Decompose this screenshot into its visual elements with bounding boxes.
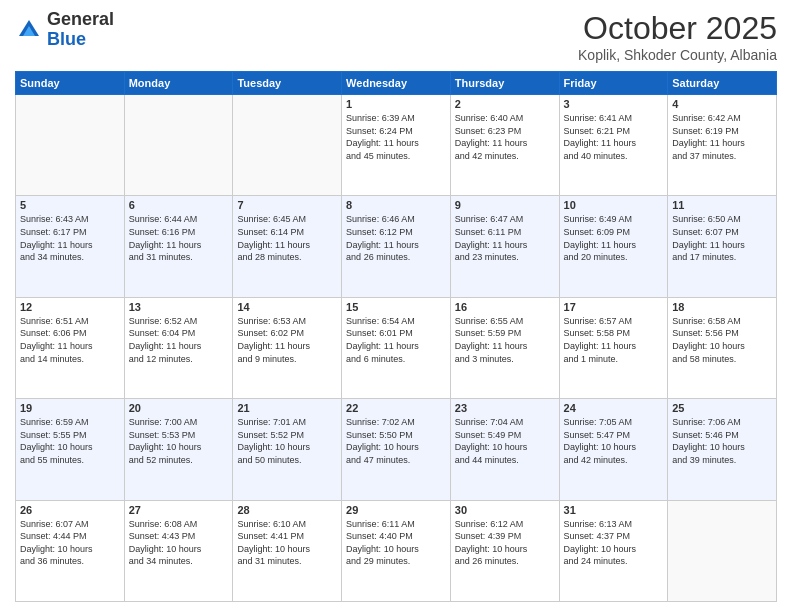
day-info: Sunrise: 7:06 AM Sunset: 5:46 PM Dayligh… (672, 416, 772, 466)
col-thursday: Thursday (450, 72, 559, 95)
day-number: 19 (20, 402, 120, 414)
col-friday: Friday (559, 72, 668, 95)
day-number: 20 (129, 402, 229, 414)
logo-icon (15, 16, 43, 44)
day-number: 22 (346, 402, 446, 414)
day-info: Sunrise: 6:39 AM Sunset: 6:24 PM Dayligh… (346, 112, 446, 162)
header: General Blue October 2025 Koplik, Shkode… (15, 10, 777, 63)
day-number: 21 (237, 402, 337, 414)
day-info: Sunrise: 7:01 AM Sunset: 5:52 PM Dayligh… (237, 416, 337, 466)
table-cell (668, 500, 777, 601)
table-cell: 25Sunrise: 7:06 AM Sunset: 5:46 PM Dayli… (668, 399, 777, 500)
table-cell (16, 95, 125, 196)
table-cell (124, 95, 233, 196)
day-number: 9 (455, 199, 555, 211)
col-sunday: Sunday (16, 72, 125, 95)
day-number: 2 (455, 98, 555, 110)
day-number: 12 (20, 301, 120, 313)
calendar-row: 12Sunrise: 6:51 AM Sunset: 6:06 PM Dayli… (16, 297, 777, 398)
location: Koplik, Shkoder County, Albania (578, 47, 777, 63)
table-cell: 18Sunrise: 6:58 AM Sunset: 5:56 PM Dayli… (668, 297, 777, 398)
day-info: Sunrise: 6:11 AM Sunset: 4:40 PM Dayligh… (346, 518, 446, 568)
table-cell: 2Sunrise: 6:40 AM Sunset: 6:23 PM Daylig… (450, 95, 559, 196)
table-cell: 21Sunrise: 7:01 AM Sunset: 5:52 PM Dayli… (233, 399, 342, 500)
table-cell: 5Sunrise: 6:43 AM Sunset: 6:17 PM Daylig… (16, 196, 125, 297)
table-cell: 10Sunrise: 6:49 AM Sunset: 6:09 PM Dayli… (559, 196, 668, 297)
table-cell: 7Sunrise: 6:45 AM Sunset: 6:14 PM Daylig… (233, 196, 342, 297)
day-number: 8 (346, 199, 446, 211)
table-cell: 28Sunrise: 6:10 AM Sunset: 4:41 PM Dayli… (233, 500, 342, 601)
calendar-row: 1Sunrise: 6:39 AM Sunset: 6:24 PM Daylig… (16, 95, 777, 196)
day-number: 1 (346, 98, 446, 110)
table-cell: 3Sunrise: 6:41 AM Sunset: 6:21 PM Daylig… (559, 95, 668, 196)
col-monday: Monday (124, 72, 233, 95)
table-cell: 26Sunrise: 6:07 AM Sunset: 4:44 PM Dayli… (16, 500, 125, 601)
col-wednesday: Wednesday (342, 72, 451, 95)
day-info: Sunrise: 6:54 AM Sunset: 6:01 PM Dayligh… (346, 315, 446, 365)
logo-general-text: General (47, 9, 114, 29)
day-info: Sunrise: 6:43 AM Sunset: 6:17 PM Dayligh… (20, 213, 120, 263)
month-title: October 2025 (578, 10, 777, 47)
day-info: Sunrise: 7:04 AM Sunset: 5:49 PM Dayligh… (455, 416, 555, 466)
logo-blue-text: Blue (47, 29, 86, 49)
day-number: 16 (455, 301, 555, 313)
table-cell: 24Sunrise: 7:05 AM Sunset: 5:47 PM Dayli… (559, 399, 668, 500)
day-number: 30 (455, 504, 555, 516)
table-cell: 17Sunrise: 6:57 AM Sunset: 5:58 PM Dayli… (559, 297, 668, 398)
day-info: Sunrise: 6:42 AM Sunset: 6:19 PM Dayligh… (672, 112, 772, 162)
day-number: 15 (346, 301, 446, 313)
table-cell: 20Sunrise: 7:00 AM Sunset: 5:53 PM Dayli… (124, 399, 233, 500)
day-number: 17 (564, 301, 664, 313)
day-number: 26 (20, 504, 120, 516)
day-number: 4 (672, 98, 772, 110)
table-cell: 29Sunrise: 6:11 AM Sunset: 4:40 PM Dayli… (342, 500, 451, 601)
table-cell: 27Sunrise: 6:08 AM Sunset: 4:43 PM Dayli… (124, 500, 233, 601)
day-number: 24 (564, 402, 664, 414)
day-number: 11 (672, 199, 772, 211)
calendar-row: 26Sunrise: 6:07 AM Sunset: 4:44 PM Dayli… (16, 500, 777, 601)
header-row: Sunday Monday Tuesday Wednesday Thursday… (16, 72, 777, 95)
day-number: 28 (237, 504, 337, 516)
day-info: Sunrise: 7:02 AM Sunset: 5:50 PM Dayligh… (346, 416, 446, 466)
day-info: Sunrise: 6:10 AM Sunset: 4:41 PM Dayligh… (237, 518, 337, 568)
day-info: Sunrise: 6:55 AM Sunset: 5:59 PM Dayligh… (455, 315, 555, 365)
table-cell: 12Sunrise: 6:51 AM Sunset: 6:06 PM Dayli… (16, 297, 125, 398)
day-info: Sunrise: 6:41 AM Sunset: 6:21 PM Dayligh… (564, 112, 664, 162)
table-cell: 1Sunrise: 6:39 AM Sunset: 6:24 PM Daylig… (342, 95, 451, 196)
day-info: Sunrise: 6:13 AM Sunset: 4:37 PM Dayligh… (564, 518, 664, 568)
day-info: Sunrise: 6:07 AM Sunset: 4:44 PM Dayligh… (20, 518, 120, 568)
day-info: Sunrise: 6:50 AM Sunset: 6:07 PM Dayligh… (672, 213, 772, 263)
day-number: 23 (455, 402, 555, 414)
day-info: Sunrise: 6:08 AM Sunset: 4:43 PM Dayligh… (129, 518, 229, 568)
col-tuesday: Tuesday (233, 72, 342, 95)
day-info: Sunrise: 6:44 AM Sunset: 6:16 PM Dayligh… (129, 213, 229, 263)
day-number: 31 (564, 504, 664, 516)
day-info: Sunrise: 6:46 AM Sunset: 6:12 PM Dayligh… (346, 213, 446, 263)
table-cell: 13Sunrise: 6:52 AM Sunset: 6:04 PM Dayli… (124, 297, 233, 398)
table-cell: 19Sunrise: 6:59 AM Sunset: 5:55 PM Dayli… (16, 399, 125, 500)
table-cell: 11Sunrise: 6:50 AM Sunset: 6:07 PM Dayli… (668, 196, 777, 297)
day-number: 6 (129, 199, 229, 211)
day-info: Sunrise: 6:57 AM Sunset: 5:58 PM Dayligh… (564, 315, 664, 365)
day-info: Sunrise: 6:45 AM Sunset: 6:14 PM Dayligh… (237, 213, 337, 263)
table-cell: 6Sunrise: 6:44 AM Sunset: 6:16 PM Daylig… (124, 196, 233, 297)
logo: General Blue (15, 10, 114, 50)
day-info: Sunrise: 6:49 AM Sunset: 6:09 PM Dayligh… (564, 213, 664, 263)
day-info: Sunrise: 6:58 AM Sunset: 5:56 PM Dayligh… (672, 315, 772, 365)
table-cell: 4Sunrise: 6:42 AM Sunset: 6:19 PM Daylig… (668, 95, 777, 196)
day-number: 13 (129, 301, 229, 313)
day-number: 18 (672, 301, 772, 313)
calendar-row: 19Sunrise: 6:59 AM Sunset: 5:55 PM Dayli… (16, 399, 777, 500)
page: General Blue October 2025 Koplik, Shkode… (0, 0, 792, 612)
day-info: Sunrise: 6:12 AM Sunset: 4:39 PM Dayligh… (455, 518, 555, 568)
day-number: 27 (129, 504, 229, 516)
day-info: Sunrise: 6:47 AM Sunset: 6:11 PM Dayligh… (455, 213, 555, 263)
day-info: Sunrise: 6:52 AM Sunset: 6:04 PM Dayligh… (129, 315, 229, 365)
day-info: Sunrise: 6:40 AM Sunset: 6:23 PM Dayligh… (455, 112, 555, 162)
calendar: Sunday Monday Tuesday Wednesday Thursday… (15, 71, 777, 602)
table-cell: 15Sunrise: 6:54 AM Sunset: 6:01 PM Dayli… (342, 297, 451, 398)
table-cell: 23Sunrise: 7:04 AM Sunset: 5:49 PM Dayli… (450, 399, 559, 500)
day-info: Sunrise: 6:59 AM Sunset: 5:55 PM Dayligh… (20, 416, 120, 466)
table-cell: 9Sunrise: 6:47 AM Sunset: 6:11 PM Daylig… (450, 196, 559, 297)
calendar-row: 5Sunrise: 6:43 AM Sunset: 6:17 PM Daylig… (16, 196, 777, 297)
